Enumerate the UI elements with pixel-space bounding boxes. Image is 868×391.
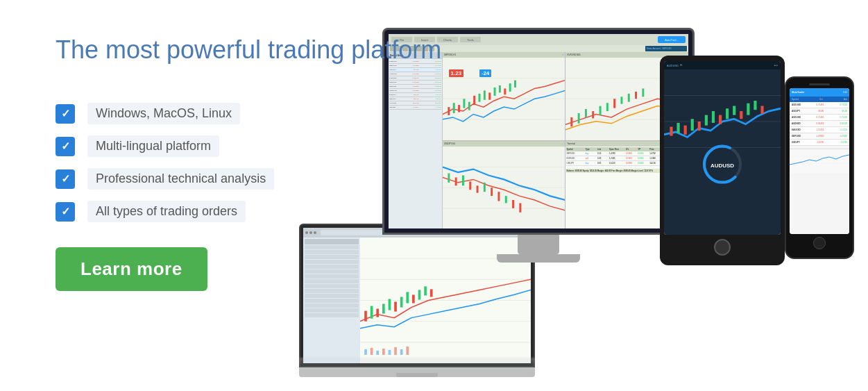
svg-text:AUDUSD: AUDUSD bbox=[710, 163, 734, 169]
svg-rect-76 bbox=[691, 119, 694, 131]
svg-rect-75 bbox=[684, 126, 687, 135]
svg-rect-83 bbox=[740, 111, 742, 119]
svg-rect-49 bbox=[599, 106, 602, 115]
feature-item-orders: All types of trading orders bbox=[56, 201, 441, 222]
svg-rect-73 bbox=[670, 127, 672, 136]
svg-rect-66 bbox=[497, 192, 500, 201]
svg-rect-86 bbox=[760, 106, 763, 114]
svg-rect-20 bbox=[382, 349, 385, 355]
svg-point-87 bbox=[704, 147, 740, 183]
features-list: Windows, MacOS, Linux Multi-lingual plat… bbox=[56, 103, 441, 222]
svg-rect-85 bbox=[754, 101, 756, 110]
svg-rect-39 bbox=[504, 88, 506, 94]
learn-more-button[interactable]: Learn more bbox=[56, 247, 207, 291]
svg-rect-62 bbox=[469, 181, 471, 190]
svg-rect-33 bbox=[473, 96, 475, 105]
tablet-frame: AUDUSD H1 ●●● bbox=[660, 56, 785, 265]
svg-rect-36 bbox=[488, 92, 491, 99]
svg-rect-10 bbox=[394, 302, 397, 312]
feature-label-orders: All types of trading orders bbox=[87, 201, 246, 222]
svg-rect-77 bbox=[698, 122, 701, 131]
feature-item-windows: Windows, MacOS, Linux bbox=[56, 103, 441, 124]
feature-item-analysis: Professional technical analysis bbox=[56, 168, 441, 190]
svg-rect-8 bbox=[382, 304, 385, 314]
laptop-reflection bbox=[299, 358, 535, 372]
svg-rect-64 bbox=[484, 182, 486, 191]
svg-rect-24 bbox=[406, 347, 409, 355]
svg-rect-53 bbox=[628, 94, 630, 102]
svg-rect-28 bbox=[448, 107, 450, 115]
svg-rect-5 bbox=[364, 311, 367, 322]
svg-rect-61 bbox=[462, 175, 464, 185]
svg-rect-30 bbox=[458, 105, 460, 112]
svg-rect-80 bbox=[719, 115, 722, 124]
monitor-base bbox=[497, 254, 580, 263]
svg-rect-60 bbox=[454, 177, 457, 185]
svg-rect-47 bbox=[585, 109, 587, 117]
svg-point-88 bbox=[704, 147, 740, 183]
check-icon-orders bbox=[56, 202, 75, 222]
svg-rect-79 bbox=[712, 111, 715, 123]
svg-rect-31 bbox=[463, 99, 465, 108]
svg-rect-11 bbox=[400, 297, 403, 307]
feature-label-multilingual: Multi-lingual platform bbox=[87, 135, 219, 157]
svg-rect-45 bbox=[571, 117, 573, 126]
svg-rect-78 bbox=[705, 115, 708, 126]
svg-rect-55 bbox=[643, 88, 645, 97]
svg-rect-12 bbox=[406, 292, 409, 303]
svg-rect-32 bbox=[468, 102, 470, 110]
svg-rect-19 bbox=[376, 351, 379, 355]
svg-rect-34 bbox=[478, 94, 480, 102]
svg-rect-65 bbox=[491, 188, 493, 196]
svg-rect-22 bbox=[394, 347, 397, 355]
feature-label-windows: Windows, MacOS, Linux bbox=[87, 103, 240, 124]
svg-rect-69 bbox=[519, 203, 521, 212]
feature-item-multilingual: Multi-lingual platform bbox=[56, 135, 441, 157]
svg-rect-68 bbox=[512, 200, 514, 208]
svg-rect-67 bbox=[505, 196, 507, 203]
svg-rect-84 bbox=[747, 103, 749, 115]
svg-rect-21 bbox=[389, 350, 391, 355]
svg-rect-51 bbox=[614, 99, 616, 108]
monitor-stand bbox=[518, 235, 559, 254]
svg-rect-82 bbox=[733, 106, 735, 115]
svg-rect-74 bbox=[676, 123, 679, 133]
tablet-home-button[interactable] bbox=[714, 239, 731, 256]
svg-rect-35 bbox=[484, 90, 486, 99]
svg-rect-13 bbox=[412, 294, 415, 303]
svg-rect-48 bbox=[593, 111, 595, 118]
svg-rect-14 bbox=[418, 290, 421, 299]
svg-rect-29 bbox=[452, 103, 454, 113]
svg-rect-9 bbox=[389, 299, 391, 310]
svg-rect-6 bbox=[371, 306, 373, 319]
svg-rect-54 bbox=[635, 92, 637, 99]
svg-rect-17 bbox=[364, 349, 367, 355]
check-icon-analysis bbox=[56, 169, 75, 189]
check-icon-multilingual bbox=[56, 137, 75, 156]
svg-rect-37 bbox=[493, 88, 495, 96]
check-icon-windows bbox=[56, 104, 75, 124]
svg-rect-50 bbox=[606, 103, 609, 111]
svg-rect-41 bbox=[514, 81, 516, 88]
tablet-screen: AUDUSD H1 ●●● bbox=[664, 61, 781, 235]
left-section: The most powerful trading platform Windo… bbox=[56, 28, 441, 291]
phone-home-button[interactable] bbox=[813, 237, 826, 249]
svg-rect-59 bbox=[448, 173, 450, 182]
svg-rect-40 bbox=[509, 83, 511, 92]
svg-rect-46 bbox=[578, 113, 580, 124]
svg-rect-52 bbox=[621, 97, 623, 103]
feature-label-analysis: Professional technical analysis bbox=[87, 168, 274, 190]
page-container: The most powerful trading platform Windo… bbox=[0, 0, 868, 391]
phone-frame: MetaTrader 9:41 Symbol Bid Ask bbox=[785, 76, 854, 259]
phone-screen: MetaTrader 9:41 Symbol Bid Ask bbox=[790, 88, 849, 234]
page-title: The most powerful trading platform bbox=[56, 35, 441, 65]
svg-rect-7 bbox=[376, 309, 379, 317]
svg-rect-23 bbox=[400, 349, 403, 355]
phone-device: MetaTrader 9:41 Symbol Bid Ask bbox=[785, 76, 854, 259]
svg-rect-81 bbox=[726, 108, 729, 119]
svg-rect-63 bbox=[476, 185, 478, 192]
svg-rect-18 bbox=[371, 348, 373, 355]
svg-rect-38 bbox=[499, 85, 501, 92]
tablet-device: AUDUSD H1 ●●● bbox=[660, 56, 785, 265]
laptop-base bbox=[299, 367, 535, 377]
